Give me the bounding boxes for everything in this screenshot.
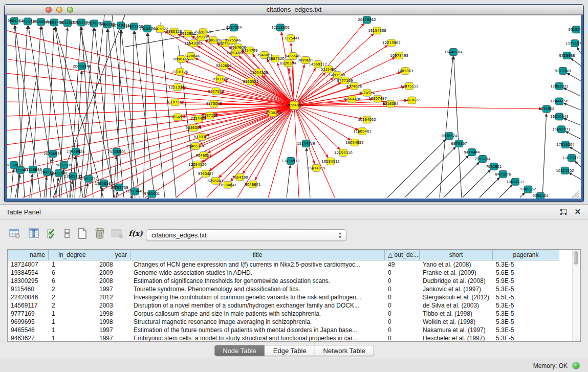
table-scrollbar-thumb[interactable] bbox=[574, 251, 578, 265]
new-document-button[interactable] bbox=[76, 227, 89, 240]
graph-node[interactable]: 10654112 bbox=[506, 178, 525, 185]
graph-node[interactable]: 9194404 bbox=[532, 192, 549, 199]
resize-grip-icon bbox=[577, 195, 579, 198]
graph-node[interactable]: 12213967 bbox=[382, 39, 401, 47]
graph-node[interactable]: 19854925 bbox=[168, 114, 187, 121]
graph-node[interactable]: 16648784 bbox=[444, 49, 463, 56]
table-row[interactable]: 1830029562008Estimation of significance … bbox=[8, 277, 571, 285]
graph-node-label: 9360521 bbox=[243, 80, 258, 84]
graph-node-label: 12213967 bbox=[382, 41, 401, 45]
table-panel-title: Table Panel bbox=[6, 208, 41, 216]
graph-node[interactable]: 8139362 bbox=[193, 134, 209, 141]
float-window-icon[interactable] bbox=[559, 208, 568, 216]
graph-node[interactable]: 7357224 bbox=[226, 24, 242, 31]
graph-node[interactable]: 7632621 bbox=[486, 163, 502, 170]
graph-node[interactable]: 9365001 bbox=[144, 190, 160, 198]
graph-node[interactable]: 12054120 bbox=[188, 161, 207, 168]
graph-node[interactable]: 9463627 bbox=[404, 97, 420, 104]
graph-node[interactable]: 12975115 bbox=[400, 82, 419, 90]
memory-status-indicator[interactable] bbox=[572, 362, 580, 369]
close-panel-icon[interactable]: ✕ bbox=[574, 207, 581, 216]
graph-node[interactable]: 8938924 bbox=[441, 133, 458, 140]
table-source-dropdown[interactable]: citations_edges.txt ▲▼ bbox=[146, 229, 347, 241]
delete-button[interactable] bbox=[93, 227, 106, 240]
graph-node[interactable]: 11675333 bbox=[562, 154, 581, 161]
table-cell: Hescheler et al. (1997) bbox=[420, 334, 493, 341]
graph-node[interactable]: 16154808 bbox=[368, 27, 386, 34]
graph-node[interactable]: 9097588 bbox=[56, 161, 72, 168]
graph-node[interactable]: 2955114 bbox=[474, 155, 491, 162]
graph-node[interactable]: 9519041 bbox=[568, 26, 581, 33]
table-row[interactable]: 969969511998Structural magnetic resonanc… bbox=[8, 318, 571, 326]
table-cell: Franke et al. (2009) bbox=[420, 269, 493, 277]
graph-node[interactable]: 10973493 bbox=[390, 52, 408, 59]
graph-node[interactable]: 17016504 bbox=[556, 141, 575, 148]
graph-node-label: 9046641 bbox=[245, 183, 260, 187]
graph-node[interactable]: 8471676 bbox=[495, 170, 511, 178]
tab-edge-table[interactable]: Edge Table bbox=[265, 345, 315, 356]
graph-node-label: 9194404 bbox=[532, 194, 549, 198]
graph-node[interactable]: 12155310 bbox=[334, 149, 353, 157]
graph-node[interactable]: 7485063 bbox=[397, 67, 413, 74]
graph-node[interactable]: 13325441 bbox=[281, 35, 300, 42]
graph-node[interactable]: 10224502 bbox=[556, 167, 574, 174]
column-header-title[interactable]: title bbox=[130, 250, 385, 260]
window-titlebar[interactable]: citations_edges.txt bbox=[5, 5, 583, 15]
table-row[interactable]: 946362711997Embryonic stem cells: a mode… bbox=[8, 334, 571, 341]
graph-node[interactable]: 15692971 bbox=[552, 126, 571, 133]
tab-network-table[interactable]: Network Table bbox=[315, 345, 374, 356]
table-row[interactable]: 1872400712008Changes of HCN gene express… bbox=[8, 260, 571, 269]
graph-node[interactable]: 20053346 bbox=[73, 62, 91, 70]
graph-node[interactable]: 3624574 bbox=[359, 89, 375, 96]
table-tab-strip: Node TableEdge TableNetwork Table bbox=[214, 345, 374, 356]
function-builder-button[interactable]: f(x) bbox=[127, 227, 144, 240]
column-header-out_de[interactable]: △ out_de... bbox=[385, 250, 420, 260]
show-columns-button[interactable] bbox=[27, 227, 40, 240]
graph-node[interactable]: 9227349 bbox=[555, 67, 571, 74]
graph-node[interactable]: 16054082 bbox=[345, 139, 364, 146]
graph-node-label: 8454749 bbox=[242, 49, 257, 53]
table-row[interactable]: 1938455462009Genome-wide association stu… bbox=[8, 269, 571, 277]
tab-node-table[interactable]: Node Table bbox=[214, 345, 265, 356]
graph-node[interactable]: 9474444 bbox=[464, 149, 480, 156]
table-settings-button[interactable] bbox=[8, 227, 21, 240]
column-header-in_degree[interactable]: in_degree bbox=[49, 250, 96, 260]
table-cell: 0 bbox=[385, 310, 420, 318]
graph-node[interactable]: 15751074 bbox=[565, 40, 581, 47]
table-panel: Table Panel ✕ bbox=[0, 204, 588, 359]
select-rows-button[interactable] bbox=[45, 227, 58, 240]
table-cell: Dudbridge et al. (2008) bbox=[420, 277, 493, 285]
graph-node[interactable]: 2803144 bbox=[212, 75, 228, 82]
graph-node[interactable]: 17359924 bbox=[67, 148, 85, 156]
table-row[interactable]: 911546021997Tourette syndrome. Phenomeno… bbox=[8, 285, 571, 293]
column-header-year[interactable]: year bbox=[96, 250, 130, 260]
table-row[interactable]: 2242004622012Investigating the contribut… bbox=[8, 293, 571, 301]
table-row[interactable]: 977716911998Corpus callosum shape and si… bbox=[8, 310, 571, 318]
citation-graph[interactable]: 7463822886012889129548226058827508116543… bbox=[7, 15, 581, 199]
table-cell: 1 bbox=[49, 260, 96, 269]
graph-node[interactable]: 9329966 bbox=[559, 52, 575, 59]
row-height-button[interactable] bbox=[60, 227, 74, 240]
graph-node[interactable]: 7654190 bbox=[232, 173, 248, 181]
graph-node[interactable]: 10164052 bbox=[358, 116, 376, 123]
graph-node[interactable]: 12218506 bbox=[271, 24, 290, 31]
graph-node[interactable]: 10584112 bbox=[321, 158, 340, 165]
graph-node[interactable]: 4170049 bbox=[206, 100, 222, 107]
column-header-pagerank[interactable]: pagerank bbox=[493, 250, 559, 260]
delete-table-button[interactable] bbox=[111, 227, 124, 240]
graph-node[interactable]: 6879197 bbox=[451, 140, 467, 147]
graph-node[interactable]: 8215958 bbox=[538, 105, 554, 113]
graph-node[interactable]: 9245652 bbox=[520, 186, 536, 193]
table-row[interactable]: 1456911722003Disruption of a novel membe… bbox=[8, 301, 571, 310]
graph-node-label: 4974626 bbox=[346, 84, 362, 89]
graph-node[interactable]: 16107552 bbox=[166, 99, 184, 106]
graph-node[interactable]: 20206576 bbox=[43, 150, 62, 158]
column-header-short[interactable]: short bbox=[420, 250, 493, 260]
column-header-name[interactable]: name bbox=[8, 250, 49, 260]
table-row[interactable]: 946554611997Estimation of the future num… bbox=[8, 326, 571, 334]
network-canvas[interactable]: 7463822886012889129548226058827508116543… bbox=[7, 15, 581, 199]
graph-node[interactable]: 12093832 bbox=[550, 82, 569, 90]
graph-node[interactable]: 20876862 bbox=[358, 16, 376, 24]
graph-node[interactable]: 9360447 bbox=[198, 170, 213, 177]
table-scrollbar[interactable] bbox=[572, 250, 579, 341]
